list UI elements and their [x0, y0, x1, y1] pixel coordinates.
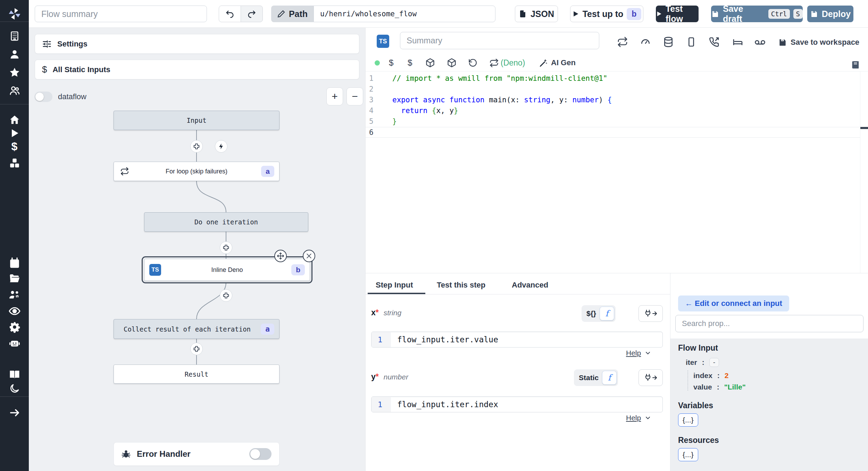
folder-open-icon[interactable]: [0, 271, 29, 286]
field-y-help-link[interactable]: Help: [626, 414, 651, 422]
windmill-logo-icon[interactable]: [0, 6, 29, 22]
variables-expand-button[interactable]: {...}: [678, 413, 698, 427]
error-handler-card[interactable]: Error Handler: [114, 442, 279, 466]
template-mode-label[interactable]: ${}: [586, 309, 596, 318]
code-line[interactable]: 1// import * as wmill from "npm:windmill…: [366, 73, 860, 84]
test-up-to-button[interactable]: Test up to b: [570, 6, 643, 22]
dollar-icon[interactable]: $: [0, 139, 29, 154]
json-button[interactable]: JSON: [515, 6, 558, 22]
add-step-button[interactable]: [220, 289, 232, 302]
tab-test-this-step[interactable]: Test this step: [437, 277, 485, 293]
summary-input[interactable]: [400, 32, 599, 49]
flow-summary-input[interactable]: [35, 6, 207, 22]
tree-row-value[interactable]: value : "Lille": [693, 383, 746, 391]
node-result[interactable]: Result: [114, 365, 279, 384]
error-handler-toggle[interactable]: [249, 448, 272, 460]
add-step-button[interactable]: [190, 140, 203, 153]
tree-row-index[interactable]: index : 2: [693, 371, 729, 380]
gear-icon[interactable]: [0, 319, 29, 335]
field-y-expression-value[interactable]: flow_input.iter.index: [391, 397, 662, 412]
js-expression-toggle[interactable]: f: [602, 371, 617, 385]
windmill-flow-editor: $ Path JSON Test up to b: [0, 0, 868, 471]
node-collect[interactable]: Collect result of each iteration a: [114, 319, 279, 339]
field-x-connect-button[interactable]: [639, 305, 663, 322]
mobile-icon[interactable]: [686, 36, 698, 48]
users-icon[interactable]: [0, 83, 29, 98]
moon-icon[interactable]: [0, 381, 29, 396]
calendar-icon[interactable]: [0, 255, 29, 271]
field-y-expression-input[interactable]: 1 flow_input.iter.index: [371, 396, 663, 412]
code-line[interactable]: 4 return {x, y}: [366, 105, 860, 116]
open-book-icon[interactable]: [0, 367, 29, 382]
node-iteration[interactable]: Do one iteration: [144, 212, 308, 232]
ai-gen-label: AI Gen: [551, 58, 576, 67]
value-value: "Lille": [724, 383, 746, 391]
field-y-mode-toggle[interactable]: Static f: [574, 369, 618, 386]
delete-node-button[interactable]: [303, 250, 315, 262]
js-expression-toggle[interactable]: f: [600, 307, 614, 320]
sidebar: $: [0, 0, 29, 471]
book-icon[interactable]: [851, 60, 861, 70]
star-icon[interactable]: [0, 65, 29, 80]
code-line[interactable]: 2: [366, 84, 860, 95]
save-draft-button[interactable]: Save draft Ctrl S: [711, 6, 803, 22]
save-to-workspace-button[interactable]: Save to workspace: [778, 36, 859, 48]
test-flow-button[interactable]: Test flow: [656, 6, 699, 22]
node-inline-deno-selected[interactable]: TS Inline Deno b: [144, 259, 310, 281]
bed-icon[interactable]: [732, 36, 744, 48]
dollar-icon[interactable]: $: [389, 58, 393, 68]
package-icon[interactable]: [447, 58, 457, 68]
flow-panel: Settings $ All Static Inputs dataflow + …: [29, 28, 365, 471]
field-y-connect-button[interactable]: [639, 369, 663, 386]
database-icon[interactable]: [663, 36, 675, 48]
voicemail-icon[interactable]: [754, 36, 766, 48]
gauge-icon[interactable]: [640, 36, 652, 48]
rotate-ccw-icon[interactable]: [468, 58, 478, 68]
boxes-icon[interactable]: [0, 155, 29, 171]
trigger-button[interactable]: [215, 140, 227, 153]
dollar-icon[interactable]: $: [408, 58, 412, 68]
field-x-expression-input[interactable]: 1 flow_input.iter.value: [371, 332, 663, 348]
phone-incoming-icon[interactable]: [709, 36, 720, 48]
path-input[interactable]: [314, 6, 495, 22]
static-mode-label[interactable]: Static: [579, 374, 599, 382]
error-handler-label: Error Handler: [137, 449, 191, 459]
move-node-button[interactable]: [274, 250, 287, 262]
resources-expand-button[interactable]: {...}: [678, 448, 698, 461]
redo-button[interactable]: [241, 6, 263, 22]
refresh-icon[interactable]: [489, 58, 499, 68]
package-icon[interactable]: [425, 58, 435, 68]
editor-overview-ruler[interactable]: [860, 71, 868, 273]
ai-gen-button[interactable]: AI Gen: [539, 58, 576, 68]
search-prop-input[interactable]: [675, 315, 863, 332]
code-line[interactable]: 3export async function main(x: string, y…: [366, 95, 860, 105]
user-icon[interactable]: [0, 46, 29, 62]
field-x-mode-toggle[interactable]: ${} f: [582, 305, 616, 322]
field-x-expression-value[interactable]: flow_input.iter.value: [391, 332, 662, 347]
field-x-help-link[interactable]: Help: [626, 349, 651, 357]
edit-or-connect-button[interactable]: ← Edit or connect an input: [678, 296, 789, 311]
deploy-button[interactable]: Deploy: [807, 6, 853, 22]
code-line-active[interactable]: 6: [366, 127, 860, 138]
typescript-badge: TS: [149, 264, 161, 276]
node-forloop[interactable]: For loop (skip failures) a: [114, 162, 279, 181]
tab-advanced[interactable]: Advanced: [512, 277, 548, 293]
tab-step-input[interactable]: Step Input: [376, 277, 413, 293]
chevron-down-icon: [644, 414, 651, 421]
users-gear-icon[interactable]: [0, 287, 29, 302]
undo-button[interactable]: [219, 6, 241, 22]
path-chip[interactable]: Path: [271, 6, 314, 22]
collapse-toggle[interactable]: -: [709, 358, 719, 367]
tree-row-iter[interactable]: iter : -: [686, 358, 719, 367]
repeat-icon: [120, 167, 129, 176]
building-icon[interactable]: [0, 28, 29, 44]
code-line[interactable]: 5}: [366, 116, 860, 127]
arrow-right-icon[interactable]: [0, 405, 29, 420]
add-step-button[interactable]: [190, 343, 203, 355]
robot-icon[interactable]: [0, 336, 29, 351]
add-step-button[interactable]: [220, 241, 232, 254]
node-input[interactable]: Input: [114, 111, 279, 130]
sidebar-divider: [0, 22, 29, 22]
retry-icon[interactable]: [617, 36, 629, 48]
eye-icon[interactable]: [0, 303, 29, 319]
